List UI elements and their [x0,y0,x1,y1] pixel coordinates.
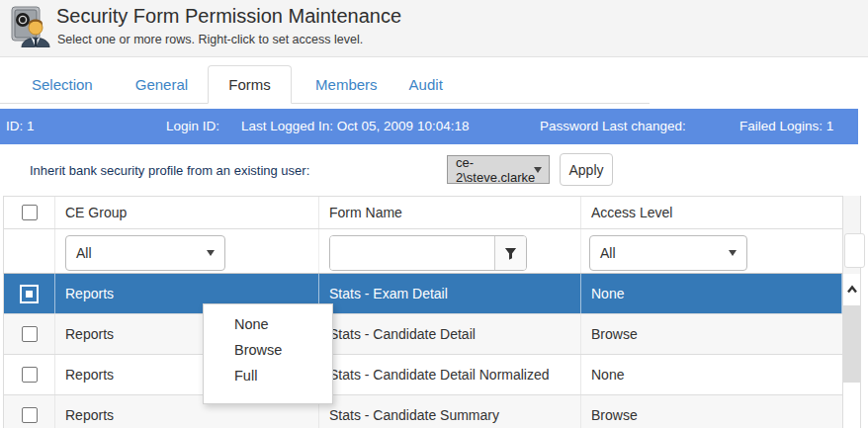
cell-access-level: None [581,274,842,313]
window-header: Security Form Permission Maintenance Sel… [0,0,868,57]
row-checkbox[interactable] [22,326,38,342]
funnel-icon [504,247,517,260]
table-row[interactable]: Reports Stats - Candidate Summary Browse [3,395,842,428]
column-header-access-level[interactable]: Access Level [581,197,842,228]
scroll-up-button[interactable] [843,274,860,305]
scrollbar-thumb[interactable] [843,305,860,383]
apply-button-label: Apply [568,162,603,178]
user-id-text: ID: 1 [6,109,35,144]
cell-form-name: Stats - Candidate Detail Normalized [319,355,581,394]
cell-access-level: Browse [581,395,842,428]
row-checkbox[interactable] [22,407,38,423]
inherit-profile-label: Inherit bank security profile from an ex… [30,163,309,178]
login-id-text: Login ID: [166,109,219,144]
tab-selection[interactable]: Selection [32,67,93,103]
menu-item-full[interactable]: Full [204,363,332,388]
table-row[interactable]: Reports Stats - Exam Detail None [3,274,842,314]
chevron-down-icon [729,250,737,256]
table-filter-row: All All [3,229,842,274]
user-info-bar: ID: 1 Login ID: Last Logged In: Oct 05, … [0,109,858,144]
ce-group-filter-select[interactable]: All [65,235,225,271]
form-name-filter-input[interactable] [330,236,494,270]
form-name-filter-group [329,235,527,271]
menu-item-browse[interactable]: Browse [204,337,332,363]
security-user-icon [10,6,51,47]
inherit-user-select[interactable]: ce-2\steve.clarke [447,155,550,184]
filter-corner-box [844,233,865,268]
cell-access-level: Browse [581,314,842,354]
vertical-scrollbar[interactable] [842,274,861,428]
chevron-down-icon [534,167,542,173]
tab-general[interactable]: General [135,67,188,103]
cell-form-name: Stats - Candidate Detail [319,314,581,354]
table-header-row: CE Group Form Name Access Level [3,196,842,229]
access-level-context-menu: None Browse Full [203,303,333,404]
failed-logins-text: Failed Logins: 1 [739,109,833,144]
row-checkbox-selected[interactable] [20,285,39,303]
page-title: Security Form Permission Maintenance [56,5,401,28]
last-logged-in-text: Last Logged In: Oct 05, 2009 10:04:18 [241,109,469,144]
inherit-user-selected-value: ce-2\steve.clarke [456,155,535,185]
filter-funnel-button[interactable] [494,236,526,270]
page-subtitle: Select one or more rows. Right-click to … [57,33,363,46]
access-level-filter-value: All [600,245,616,261]
tab-audit[interactable]: Audit [409,67,443,103]
cell-form-name: Stats - Exam Detail [319,274,581,313]
menu-item-none[interactable]: None [204,311,332,337]
cell-access-level: None [581,355,842,394]
select-all-checkbox[interactable] [22,205,38,220]
row-checkbox[interactable] [22,367,38,383]
ce-group-filter-value: All [76,245,92,261]
password-last-changed-text: Password Last changed: [540,109,686,144]
cell-form-name: Stats - Candidate Summary [319,395,581,428]
tab-forms[interactable]: Forms [208,65,292,104]
chevron-up-icon [846,285,858,295]
access-level-filter-select[interactable]: All [589,235,747,271]
table-row[interactable]: Reports Stats - Candidate Detail Normali… [3,355,842,395]
apply-button[interactable]: Apply [560,153,613,186]
column-header-ce-group[interactable]: CE Group [55,197,319,228]
column-header-form-name[interactable]: Form Name [319,197,581,228]
tab-bar: Selection General Forms Members Audit [0,65,650,104]
chevron-down-icon [207,250,215,256]
table-row[interactable]: Reports Stats - Candidate Detail Browse [3,314,842,355]
tab-members[interactable]: Members [315,67,378,103]
